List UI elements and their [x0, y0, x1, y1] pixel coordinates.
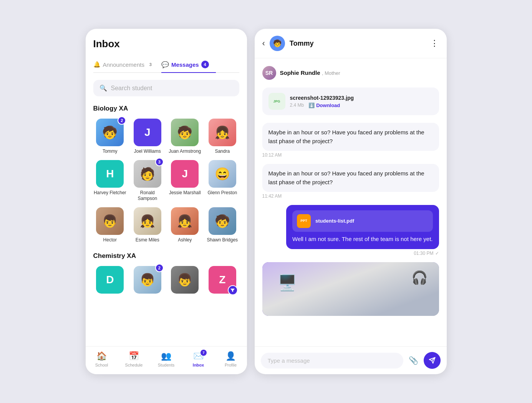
student-chem-3[interactable]: 👦 [168, 266, 202, 296]
jpg-file-icon: JPG [268, 93, 285, 110]
sandra-name: Sandra [215, 149, 230, 155]
chat-title: Tommy [290, 40, 426, 48]
file-name-jpg: screenshot-12923923.jpg [290, 95, 433, 101]
tommy-badge: 2 [118, 116, 126, 125]
group-label-chemistry: Chemistry XA [93, 252, 239, 260]
chat-messages: SR Sophie Rundle , Mother JPG screenshot… [255, 58, 447, 346]
download-circle-icon: ⬇️ [308, 102, 315, 108]
search-bar: 🔍 [93, 80, 239, 96]
inbox-content: Inbox 🔔 Announcements 3 💬 Messages 4 🔍 [86, 29, 247, 346]
chat-input-row: 📎 [255, 346, 447, 374]
chem3-avatar: 👦 [171, 266, 199, 294]
student-hector[interactable]: 👦 Hector [93, 207, 127, 243]
msg-bubble-1: Maybe in an hour or so? Have you faced a… [262, 123, 439, 151]
chemistry-grid: D 👦 2 👦 [93, 266, 239, 296]
student-harvey[interactable]: H Harvey Fletcher [93, 160, 127, 202]
hector-name: Hector [103, 237, 117, 243]
filter-icon [228, 285, 238, 295]
bottom-nav: 🏠 School 📅 Schedule 👥 Students ✉️ 7 Inbo… [86, 346, 247, 374]
student-ashley[interactable]: 👧 Ashley [168, 207, 202, 243]
image-preview [262, 262, 439, 316]
sent-message: PPT students-list.pdf Well I am not sure… [262, 205, 439, 256]
sender-avatar: SR [262, 66, 276, 80]
student-chem-2[interactable]: 👦 2 [131, 266, 164, 296]
chem2-badge: 2 [155, 264, 164, 272]
tab-announcements[interactable]: 🔔 Announcements 3 [93, 57, 161, 72]
glenn-avatar: 😄 [209, 160, 236, 188]
tabs-row: 🔔 Announcements 3 💬 Messages 4 [93, 57, 239, 73]
download-button[interactable]: ⬇️ Download [308, 102, 340, 108]
student-tommy[interactable]: 🧒 2 Tommy [93, 119, 127, 155]
chem-d-avatar: D [96, 266, 124, 294]
student-esme[interactable]: 👧 Esme Miles [131, 207, 164, 243]
file-size-jpg: 2.4 Mb [290, 102, 304, 108]
home-icon: 🏠 [96, 351, 107, 361]
fake-image [262, 262, 439, 316]
sent-bubble: PPT students-list.pdf Well I am not sure… [286, 205, 439, 249]
student-jessie[interactable]: J Jessie Marshall [168, 160, 202, 202]
student-joel[interactable]: J Joel Williams [131, 119, 164, 155]
esme-name: Esme Miles [136, 237, 159, 243]
inbox-panel: Inbox 🔔 Announcements 3 💬 Messages 4 🔍 [86, 29, 247, 374]
ashley-avatar: 👧 [171, 207, 199, 235]
tab-messages[interactable]: 💬 Messages 4 [161, 57, 216, 72]
ronald-name: Ronald Sampson [131, 190, 164, 202]
attach-button[interactable]: 📎 [407, 354, 420, 367]
nav-school[interactable]: 🏠 School [90, 351, 113, 367]
pdf-file-icon: PPT [297, 214, 311, 228]
juan-name: Juan Armstrong [169, 149, 201, 155]
student-shawn[interactable]: 🧒 Shawn Bridges [206, 207, 239, 243]
sent-file-attach: PPT students-list.pdf [292, 210, 433, 232]
harvey-avatar: H [96, 160, 124, 188]
nav-inbox[interactable]: ✉️ 7 Inbox [187, 351, 210, 367]
sender-info: SR Sophie Rundle , Mother [262, 66, 439, 80]
tommy-name: Tommy [103, 149, 118, 155]
sender-name: Sophie Rundle [280, 69, 320, 76]
sandra-avatar: 👧 [209, 119, 236, 146]
harvey-name: Harvey Fletcher [94, 190, 126, 196]
sent-time: 01:30 PM ✓ [414, 251, 439, 256]
nav-profile[interactable]: 👤 Profile [219, 351, 242, 367]
sent-text: Well I am not sure. The rest of the team… [292, 235, 433, 244]
chat-panel: ‹ 🧒 Tommy ⋮ SR Sophie Rundle , Mother JP… [255, 29, 447, 374]
student-chem-d[interactable]: D [93, 266, 127, 296]
nav-students[interactable]: 👥 Students [155, 351, 178, 367]
message-received-2: Maybe in an hour or so? Have you faced a… [262, 164, 439, 199]
biology-grid: 🧒 2 Tommy J Joel Williams 🧒 [93, 119, 239, 243]
students-icon: 👥 [161, 351, 171, 361]
bell-icon: 🔔 [93, 61, 101, 68]
more-button[interactable]: ⋮ [430, 38, 439, 48]
joel-avatar: J [134, 119, 161, 146]
group-label-biology: Biology XA [93, 105, 239, 112]
student-glenn[interactable]: 😄 Glenn Preston [206, 160, 239, 202]
jessie-avatar: J [171, 160, 199, 188]
back-button[interactable]: ‹ [262, 38, 265, 48]
search-icon: 🔍 [99, 84, 107, 92]
message-input[interactable] [261, 353, 403, 368]
search-input[interactable] [111, 85, 233, 92]
send-button[interactable] [424, 352, 441, 369]
inbox-title: Inbox [93, 38, 239, 50]
chat-header: ‹ 🧒 Tommy ⋮ [255, 29, 447, 58]
shawn-name: Shawn Bridges [207, 237, 238, 243]
joel-name: Joel Williams [134, 149, 161, 155]
sender-role: Mother [325, 70, 340, 76]
student-juan[interactable]: 🧒 Juan Armstrong [168, 119, 202, 155]
esme-avatar: 👧 [134, 207, 161, 235]
calendar-icon: 📅 [129, 351, 139, 361]
student-ronald[interactable]: 🧑 3 Ronald Sampson [131, 160, 164, 202]
shawn-avatar: 🧒 [209, 207, 236, 235]
glenn-name: Glenn Preston [207, 190, 237, 196]
profile-icon: 👤 [225, 351, 236, 361]
msg-bubble-2: Maybe in an hour or so? Have you faced a… [262, 164, 439, 192]
check-icon: ✓ [435, 251, 439, 256]
nav-schedule[interactable]: 📅 Schedule [123, 351, 146, 367]
student-chem-z[interactable]: Z [206, 266, 239, 296]
ashley-name: Ashley [178, 237, 192, 243]
sent-filename: students-list.pdf [315, 217, 354, 225]
juan-avatar: 🧒 [171, 119, 199, 146]
tommy-chat-avatar: 🧒 [270, 36, 285, 51]
msg-time-1: 10:12 AM [262, 152, 439, 158]
student-sandra[interactable]: 👧 Sandra [206, 119, 239, 155]
jessie-name: Jessie Marshall [169, 190, 201, 196]
